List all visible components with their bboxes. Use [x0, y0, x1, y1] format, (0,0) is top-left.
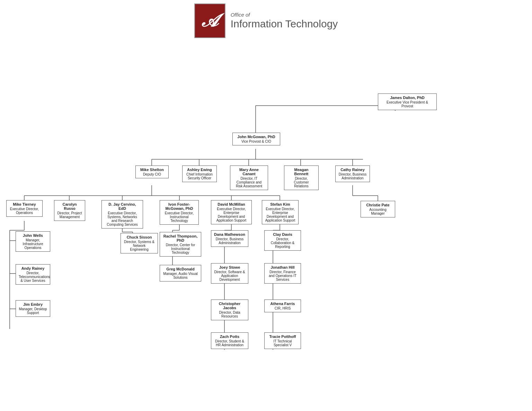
header: 𝒜 Office of Information Technology — [0, 3, 532, 38]
node-james-dalton: James Dalton, PhD Executive Vice Preside… — [378, 93, 437, 110]
node-greg-mcdonald: Greg McDonald Manager, Audio Visual Solu… — [160, 265, 201, 282]
node-zach-potts: Zach Potts Director, Student & HR Admini… — [211, 332, 248, 349]
node-clay-davis: Clay Davis Director, Collaboration & Rep… — [264, 230, 301, 251]
node-andy-rainey: Andy Rainey Director, Telecommunications… — [16, 264, 50, 285]
page-container: 𝒜 Office of Information Technology — [0, 0, 532, 402]
node-cathy-rainey: Cathy Rainey Director, Business Administ… — [335, 166, 370, 182]
node-tracie-potthoff: Tracie Potthoff IT Technical Specialist … — [264, 332, 301, 349]
node-david-mcmillan: David McMillan Executive Director, Enter… — [211, 200, 252, 224]
node-d-jay-cervino: D. Jay Cervino, EdD Executive Director, … — [101, 200, 143, 229]
node-athena-farris: Athena Farris CIR, HRIS — [264, 300, 301, 312]
node-stefan-kim: Stefan Kim Executive Director, Enterpris… — [262, 200, 299, 224]
node-meagan-bennett: Meagan Bennett Director, Customer Relati… — [284, 166, 319, 190]
it-name-label: Information Technology — [231, 18, 338, 30]
header-text: Office of Information Technology — [231, 12, 338, 30]
node-john-wells: John Wells Manager, Infrastructure Opera… — [16, 231, 50, 252]
node-rachel-thompson: Rachel Thompson, PhD Director, Center fo… — [160, 232, 201, 257]
node-carolyn-russo: Carolyn Russo Director, Project Manageme… — [54, 200, 85, 221]
node-joey-stowe: Joey Stowe Director, Software & Applicat… — [211, 263, 248, 284]
node-ivon-foster-mcgowan: Ivon Foster-McGowan, PhD Executive Direc… — [160, 200, 199, 225]
node-christopher-jacobs: Christopher Jacobs Director, Data Resour… — [211, 300, 248, 320]
node-mike-tierney: Mike Tierney Executive Director, Operati… — [6, 200, 43, 217]
node-christie-pate: Christie Pate Accounting Manager — [361, 201, 395, 217]
university-logo: 𝒜 — [194, 3, 225, 38]
node-jonathan-hill: Jonathan Hill Director, Finance and Oper… — [264, 263, 301, 284]
node-jim-embry: Jim Embry Manager, Desktop Support — [16, 300, 50, 317]
node-mary-anne-canant: Mary Anne Canant Director, IT Compliance… — [230, 166, 268, 190]
node-dana-mathewson: Dana Mathewson Director, Business Admini… — [211, 230, 248, 247]
org-chart: James Dalton, PhD Executive Vice Preside… — [3, 45, 529, 391]
node-john-mcgowan: John McGowan, PhD Vice Provost & CIO — [232, 133, 280, 145]
office-of-label: Office of — [231, 12, 338, 18]
node-ashley-ewing: Ashley Ewing Chief Information Security … — [182, 166, 217, 182]
node-chuck-sisson: Chuck Sisson Director, Systems & Network… — [121, 233, 158, 253]
logo-letter: 𝒜 — [202, 12, 218, 30]
node-mike-shelton: Mike Shelton Deputy CIO — [135, 166, 169, 178]
